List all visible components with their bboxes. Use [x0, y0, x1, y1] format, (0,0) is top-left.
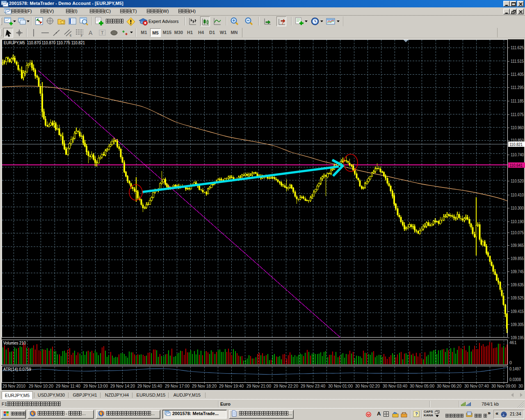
svg-text:109.855: 109.855	[511, 256, 524, 261]
svg-text:110.410: 110.410	[511, 192, 524, 197]
svg-text:109.305: 109.305	[511, 322, 524, 327]
svg-text:ATR(14) 0.0759: ATR(14) 0.0759	[3, 367, 31, 372]
svg-text:110.300: 110.300	[511, 205, 524, 210]
svg-text:30 Nov 10:20: 30 Nov 10:20	[518, 383, 525, 388]
svg-text:29 Nov 17:00: 29 Nov 17:00	[165, 383, 189, 388]
svg-text:29 Nov 2010: 29 Nov 2010	[2, 383, 25, 388]
svg-text:109.525: 109.525	[511, 295, 524, 300]
svg-text:110.821: 110.821	[509, 142, 523, 147]
svg-text:109.745: 109.745	[511, 269, 524, 274]
svg-text:?: ?	[415, 411, 418, 416]
svg-text:30 Nov 06:20: 30 Nov 06:20	[437, 383, 461, 388]
svg-text:109.635: 109.635	[511, 282, 524, 287]
svg-text:111.075: 111.075	[511, 112, 524, 117]
svg-text:29 Nov 11:40: 29 Nov 11:40	[56, 383, 80, 388]
svg-text:30 Nov 07:40: 30 Nov 07:40	[464, 383, 489, 388]
svg-text:30 Nov 01:00: 30 Nov 01:00	[328, 383, 353, 388]
svg-text:0.0308: 0.0308	[509, 377, 521, 382]
svg-text:29 Nov 21:00: 29 Nov 21:00	[247, 383, 271, 388]
svg-text:a: a	[502, 412, 504, 417]
svg-text:111.295: 111.295	[511, 85, 524, 90]
svg-text:E: E	[70, 34, 72, 37]
svg-text:29 Nov 10:20: 29 Nov 10:20	[29, 383, 53, 388]
svg-text:T: T	[101, 30, 104, 35]
svg-text:111.185: 111.185	[511, 98, 524, 103]
svg-text:F: F	[81, 34, 82, 37]
svg-text:110.190: 110.190	[511, 219, 524, 224]
svg-text:111.405: 111.405	[511, 72, 524, 77]
svg-text:110.641: 110.641	[509, 163, 523, 168]
svg-text:111.515: 111.515	[511, 59, 524, 64]
svg-text:0: 0	[509, 360, 512, 365]
svg-text:30 Nov 05:00: 30 Nov 05:00	[410, 383, 434, 388]
svg-text:109.195: 109.195	[511, 335, 524, 340]
svg-text:30 Nov 03:40: 30 Nov 03:40	[383, 383, 407, 388]
svg-text:29 Nov 23:40: 29 Nov 23:40	[301, 383, 325, 388]
svg-text:0.1497: 0.1497	[509, 366, 521, 371]
svg-text:110.960: 110.960	[511, 125, 524, 130]
svg-text:110.075: 110.075	[511, 230, 524, 235]
svg-text:461: 461	[509, 340, 517, 345]
svg-text:111.625: 111.625	[511, 45, 524, 50]
svg-text:29 Nov 19:40: 29 Nov 19:40	[219, 383, 244, 388]
svg-text:30 Nov 09:00: 30 Nov 09:00	[491, 383, 516, 388]
svg-text:29 Nov 14:20: 29 Nov 14:20	[110, 383, 135, 388]
svg-text:109.415: 109.415	[511, 309, 524, 314]
svg-text:29 Nov 18:20: 29 Nov 18:20	[192, 383, 217, 388]
svg-text:Volumes 210: Volumes 210	[3, 340, 26, 345]
svg-text:109.965: 109.965	[511, 243, 524, 248]
svg-text:30 Nov 02:20: 30 Nov 02:20	[355, 383, 380, 388]
svg-text:EURJPY,M5 110.870 110.870 110: EURJPY,M5 110.870 110.870 110.775 110.82…	[4, 40, 85, 45]
svg-text:29 Nov 13:00: 29 Nov 13:00	[83, 383, 108, 388]
svg-text:29 Nov 15:40: 29 Nov 15:40	[137, 383, 162, 388]
svg-text:110.740: 110.740	[511, 152, 524, 157]
svg-text:29 Nov 22:20: 29 Nov 22:20	[274, 383, 298, 388]
svg-text:A: A	[89, 30, 93, 36]
svg-text:110.520: 110.520	[511, 178, 524, 183]
